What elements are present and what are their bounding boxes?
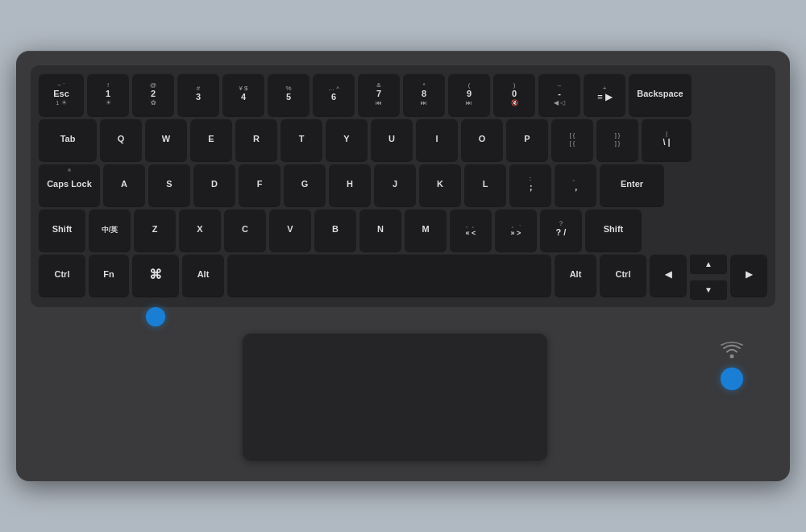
key-alt-left[interactable]: Alt — [182, 254, 224, 296]
key-1[interactable]: ! 1 ☀ — [87, 73, 129, 115]
key-ctrl-right[interactable]: Ctrl — [600, 254, 646, 296]
key-6[interactable]: … ^ 6 — [313, 73, 355, 115]
key-enter[interactable]: Enter — [600, 164, 664, 206]
key-5[interactable]: % 5 — [268, 73, 310, 115]
svg-point-0 — [730, 355, 734, 359]
key-4[interactable]: ¥ $ 4 — [222, 73, 264, 115]
key-k[interactable]: K — [419, 164, 461, 206]
key-9[interactable]: ( 9 ⏭ — [448, 73, 490, 115]
key-n[interactable]: N — [359, 209, 401, 251]
key-p[interactable]: P — [506, 118, 548, 160]
key-row-5: Ctrl Fn ⌘ Alt Alt Ctrl ◀ — [39, 254, 767, 299]
key-t[interactable]: T — [280, 118, 322, 160]
wireless-icon — [721, 341, 743, 361]
key-esc[interactable]: ~ ` Esc 1 ☀ — [39, 73, 84, 115]
key-row-4: Shift 中/英 Z X C V B N M ， 。 « < 。 · » > … — [39, 209, 767, 251]
key-bracket-right[interactable]: ] } ] } — [596, 118, 638, 160]
bottom-area — [31, 317, 775, 462]
key-alt-right[interactable]: Alt — [555, 254, 596, 296]
key-8[interactable]: * 8 ⏭ — [403, 73, 445, 115]
key-7[interactable]: & 7 ⏮ — [358, 73, 400, 115]
key-b[interactable]: B — [314, 209, 356, 251]
key-3[interactable]: # 3 — [177, 73, 219, 115]
key-row-1: ~ ` Esc 1 ☀ ! 1 ☀ @ 2 ✿ # 3 ¥ $ 4 — [39, 73, 767, 115]
key-m[interactable]: M — [405, 209, 447, 251]
key-v[interactable]: V — [269, 209, 311, 251]
key-r[interactable]: R — [235, 118, 277, 160]
key-period[interactable]: 。 · » > — [495, 209, 537, 251]
key-zh-en[interactable]: 中/英 — [89, 209, 131, 251]
bluetooth-indicator — [721, 368, 743, 390]
key-d[interactable]: D — [193, 164, 235, 206]
key-g[interactable]: G — [284, 164, 326, 206]
caps-lock-indicator — [68, 168, 71, 172]
key-tab[interactable]: Tab — [39, 118, 97, 160]
key-row-3: Caps Lock A S D F G H J K L ： ； 。 ， Ente… — [39, 164, 767, 206]
key-ctrl-left[interactable]: Ctrl — [39, 254, 85, 296]
key-cmd[interactable]: ⌘ — [132, 254, 179, 296]
key-c[interactable]: C — [224, 209, 266, 251]
key-equals[interactable]: + = ▶ — [584, 73, 625, 115]
keyboard-device: ~ ` Esc 1 ☀ ! 1 ☀ @ 2 ✿ # 3 ¥ $ 4 — [16, 51, 790, 481]
key-quote[interactable]: 。 ， — [555, 164, 596, 206]
key-a[interactable]: A — [103, 164, 145, 206]
key-minus[interactable]: – - ◀ ◁ — [538, 73, 580, 115]
key-0[interactable]: ) 0 🔇 — [493, 73, 535, 115]
key-z[interactable]: Z — [134, 209, 176, 251]
key-space[interactable] — [227, 254, 551, 296]
key-arrow-down[interactable]: ▼ — [690, 280, 727, 299]
key-l[interactable]: L — [464, 164, 506, 206]
key-arrow-up[interactable]: ▲ — [690, 254, 727, 273]
key-semicolon[interactable]: ： ； — [509, 164, 551, 206]
key-f[interactable]: F — [239, 164, 280, 206]
key-backslash[interactable]: | \ | — [642, 118, 692, 160]
key-comma[interactable]: ， 。 « < — [450, 209, 492, 251]
key-u[interactable]: U — [371, 118, 413, 160]
key-h[interactable]: H — [329, 164, 371, 206]
key-fn[interactable]: Fn — [89, 254, 129, 296]
key-w[interactable]: W — [145, 118, 187, 160]
key-arrow-left[interactable]: ◀ — [650, 254, 687, 296]
key-shift-left[interactable]: Shift — [39, 209, 85, 251]
key-x[interactable]: X — [179, 209, 221, 251]
right-panel — [692, 317, 772, 397]
key-shift-right[interactable]: Shift — [585, 209, 642, 251]
keyboard-area: ~ ` Esc 1 ☀ ! 1 ☀ @ 2 ✿ # 3 ¥ $ 4 — [31, 65, 775, 307]
key-i[interactable]: I — [416, 118, 458, 160]
key-bracket-left[interactable]: [ { [ { — [551, 118, 593, 160]
key-q[interactable]: Q — [100, 118, 142, 160]
key-slash[interactable]: ？ ? / — [540, 209, 582, 251]
touchpad[interactable] — [242, 333, 548, 462]
touchpad-wrapper — [108, 317, 682, 462]
key-row-2: Tab Q W E R T Y U I O P [ { [ { ] } ] } … — [39, 118, 767, 160]
key-s[interactable]: S — [148, 164, 190, 206]
key-caps-lock[interactable]: Caps Lock — [39, 164, 100, 206]
key-arrow-right[interactable]: ▶ — [730, 254, 767, 296]
cmd-wrapper: ⌘ — [132, 254, 179, 299]
key-e[interactable]: E — [190, 118, 232, 160]
key-backspace[interactable]: Backspace — [629, 73, 692, 115]
key-2[interactable]: @ 2 ✿ — [132, 73, 174, 115]
key-y[interactable]: Y — [326, 118, 368, 160]
key-o[interactable]: O — [461, 118, 503, 160]
key-updown-group: ▲ ▼ — [690, 254, 727, 299]
key-j[interactable]: J — [374, 164, 416, 206]
